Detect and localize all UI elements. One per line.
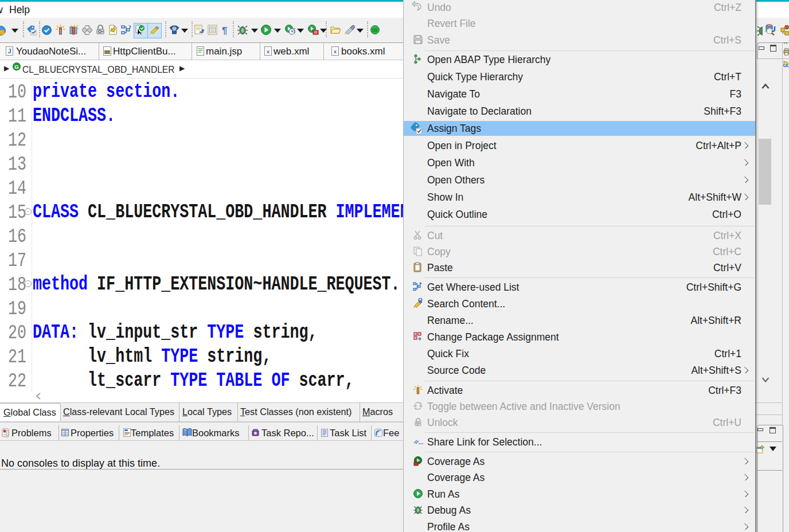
svg-text:x: x <box>267 49 269 54</box>
svg-text:J: J <box>7 48 11 54</box>
svg-text:010: 010 <box>104 50 110 54</box>
svg-text:x: x <box>334 49 337 54</box>
svg-text:G: G <box>14 64 19 70</box>
